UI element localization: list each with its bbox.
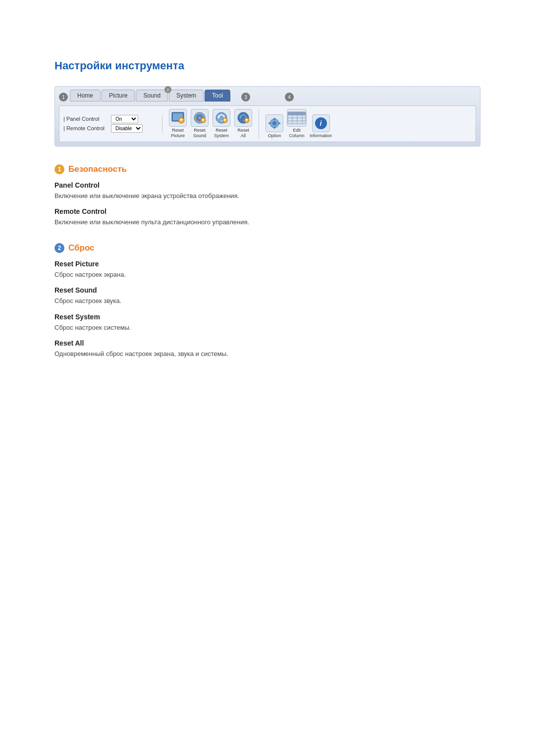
svg-rect-21 [288, 112, 306, 115]
reset-sound-icon [191, 109, 209, 127]
reset-picture-label: ResetPicture [171, 128, 185, 139]
reset-picture-button[interactable]: ResetPicture [168, 109, 187, 139]
edit-column-label: EditColumn [289, 128, 304, 139]
reset-all-title: Reset All [54, 339, 481, 347]
remote-control-label: | Remote Control [63, 125, 108, 131]
tab-system[interactable]: System [169, 90, 204, 101]
toolbar-middle-section: ResetPicture [162, 109, 259, 139]
reset-sound-desc: Сброс настроек звука. [54, 296, 481, 306]
svg-rect-19 [278, 122, 280, 124]
reset-picture-desc: Сброс настроек экрана. [54, 270, 481, 280]
reset-system-title: Reset System [54, 313, 481, 321]
svg-rect-16 [274, 118, 275, 120]
svg-rect-18 [268, 122, 270, 124]
reset-all-icon [234, 109, 252, 127]
tab-picture[interactable]: Picture [102, 90, 135, 101]
option-button[interactable]: Option [265, 114, 284, 139]
toolbar-body: | Panel Control On Off | Remote Control … [59, 105, 476, 142]
section2-title: Сброс [68, 243, 95, 253]
reset-sound-label: ResetSound [193, 128, 206, 139]
tab-home[interactable]: Home [70, 90, 101, 101]
section2-heading: 2 Сброс [54, 243, 481, 253]
section1-title: Безопасность [68, 164, 127, 174]
toolbar-tabs: 1 Home Picture Sound 2 System Tool 3 4 [59, 90, 476, 101]
remote-control-title: Remote Control [54, 207, 481, 215]
option-label: Option [268, 133, 281, 139]
remote-control-desc: Включение или выключение пульта дистанци… [54, 217, 481, 227]
badge-4: 4 [285, 93, 294, 101]
reset-system-label: ResetSystem [214, 128, 229, 139]
section1-heading: 1 Безопасность [54, 164, 481, 174]
option-icon [266, 114, 283, 132]
reset-system-button[interactable]: ResetSystem [212, 109, 231, 139]
svg-rect-17 [274, 127, 275, 129]
toolbar-right-section: Option Ed [259, 109, 338, 139]
information-label: Information [310, 133, 332, 139]
section2-badge: 2 [54, 243, 64, 253]
toolbar: 1 Home Picture Sound 2 System Tool 3 4 |… [54, 86, 481, 147]
remote-control-select[interactable]: Disable Enable [111, 124, 143, 133]
reset-system-icon [213, 109, 230, 127]
panel-control-title: Panel Control [54, 181, 481, 189]
reset-system-desc: Сброс настроек системы. [54, 323, 481, 333]
reset-all-label: ResetAll [237, 128, 249, 139]
tab-tool[interactable]: Tool [205, 90, 230, 101]
section1-badge: 1 [54, 164, 64, 174]
edit-column-button[interactable]: EditColumn [287, 109, 307, 139]
remote-control-row: | Remote Control Disable Enable [63, 124, 157, 133]
edit-column-icon [287, 109, 307, 127]
badge-1: 1 [59, 93, 68, 101]
panel-control-select[interactable]: On Off [111, 115, 138, 123]
reset-all-button[interactable]: ResetAll [234, 109, 253, 139]
information-button[interactable]: i Information [310, 114, 332, 139]
page-title: Настройки инструмента [54, 59, 481, 72]
reset-sound-title: Reset Sound [54, 286, 481, 294]
panel-control-desc: Включение или выключение экрана устройст… [54, 191, 481, 201]
reset-sound-button[interactable]: ResetSound [190, 109, 209, 139]
reset-picture-icon [169, 109, 187, 127]
info-i-icon: i [315, 117, 327, 129]
svg-point-15 [272, 121, 276, 125]
reset-all-desc: Одновременный сброс настроек экрана, зву… [54, 349, 481, 359]
svg-point-5 [198, 116, 201, 119]
badge-2: 2 [164, 86, 171, 93]
tab-sound[interactable]: Sound 2 [136, 90, 168, 101]
panel-control-row: | Panel Control On Off [63, 115, 157, 123]
badge-3: 3 [241, 93, 250, 101]
panel-control-label: | Panel Control [63, 116, 108, 122]
information-icon: i [312, 114, 330, 132]
reset-picture-title: Reset Picture [54, 260, 481, 268]
toolbar-left-section: | Panel Control On Off | Remote Control … [63, 115, 162, 133]
